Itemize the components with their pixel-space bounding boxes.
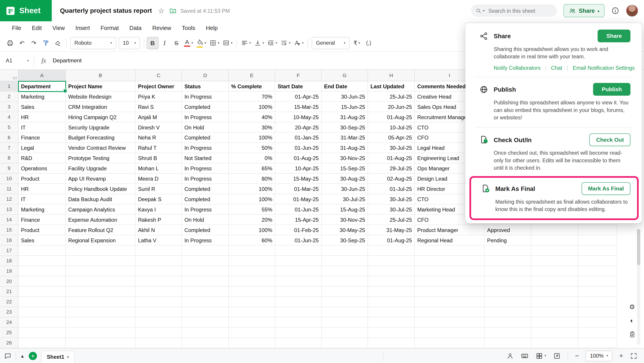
- cell-I17[interactable]: [415, 245, 484, 256]
- cell-A7[interactable]: Legal: [18, 143, 66, 153]
- keyboard-shortcuts-icon[interactable]: [521, 352, 528, 360]
- cell-C26[interactable]: [136, 338, 182, 348]
- cell-D13[interactable]: In Progress: [182, 205, 229, 215]
- cell-B17[interactable]: [66, 245, 136, 256]
- cell-A20[interactable]: [18, 276, 66, 287]
- menu-insert[interactable]: Insert: [70, 22, 95, 33]
- cell-G19[interactable]: [322, 266, 368, 276]
- cell-A16[interactable]: Sales: [18, 235, 66, 245]
- cell-J15[interactable]: Approved: [484, 225, 531, 235]
- cell-D22[interactable]: [182, 297, 229, 307]
- cell-A9[interactable]: Operations: [18, 163, 66, 174]
- cell-G17[interactable]: [322, 245, 368, 256]
- cell-H1[interactable]: Last Updated: [368, 81, 415, 92]
- cell-C12[interactable]: Deepak S: [136, 194, 182, 205]
- email-notification-settings-link[interactable]: Email Notification Settings: [573, 65, 634, 71]
- cell-B5[interactable]: Security Upgrade: [66, 122, 136, 133]
- cell-I19[interactable]: [415, 266, 484, 276]
- cell-B9[interactable]: Facility Upgrade: [66, 163, 136, 174]
- cell-G24[interactable]: [322, 317, 368, 328]
- cell-J19[interactable]: [484, 266, 531, 276]
- cell-D8[interactable]: Not Started: [182, 153, 229, 163]
- row-header-25[interactable]: 25: [0, 328, 18, 338]
- cell-H12[interactable]: 30-Jul-25: [368, 194, 415, 205]
- cell-B2[interactable]: Website Redesign: [66, 92, 136, 102]
- publish-action-button[interactable]: Publish: [593, 83, 630, 96]
- row-header-10[interactable]: 10: [0, 174, 18, 184]
- cell-H6[interactable]: 05-Apr-25: [368, 133, 415, 143]
- cell-E4[interactable]: 40%: [229, 112, 275, 122]
- cell-I26[interactable]: [415, 338, 484, 348]
- cell-G7[interactable]: 31-Aug-25: [322, 143, 368, 153]
- cell-L20[interactable]: [578, 276, 617, 287]
- cell-E20[interactable]: [229, 276, 275, 287]
- cell-C14[interactable]: Rakesh P: [136, 215, 182, 225]
- cell-H18[interactable]: [368, 256, 415, 266]
- cell-D4[interactable]: In Progress: [182, 112, 229, 122]
- cell-B19[interactable]: [66, 266, 136, 276]
- cell-C13[interactable]: Kavya I: [136, 205, 182, 215]
- cell-C11[interactable]: Sunil R: [136, 184, 182, 194]
- cell-A8[interactable]: R&D: [18, 153, 66, 163]
- cell-G16[interactable]: 30-Sep-25: [322, 235, 368, 245]
- cell-E16[interactable]: 60%: [229, 235, 275, 245]
- cell-F12[interactable]: 01-May-25: [275, 194, 322, 205]
- cell-F16[interactable]: 01-Jun-25: [275, 235, 322, 245]
- borders-button[interactable]: ▾: [208, 37, 221, 49]
- zoom-out-button[interactable]: −: [575, 353, 579, 359]
- cell-C23[interactable]: [136, 307, 182, 317]
- cell-H21[interactable]: [368, 287, 415, 297]
- row-header-12[interactable]: 12: [0, 194, 18, 205]
- cell-A26[interactable]: [18, 338, 66, 348]
- cell-G13[interactable]: 15-Aug-25: [322, 205, 368, 215]
- cell-B3[interactable]: CRM Integration: [66, 102, 136, 112]
- cell-E22[interactable]: [229, 297, 275, 307]
- cell-E25[interactable]: [229, 328, 275, 338]
- menu-review[interactable]: Review: [147, 22, 176, 33]
- fill-color-button[interactable]: ▾: [195, 37, 208, 49]
- cell-A10[interactable]: Product: [18, 174, 66, 184]
- cell-E23[interactable]: [229, 307, 275, 317]
- formula-input[interactable]: Department: [52, 57, 82, 64]
- row-header-19[interactable]: 19: [0, 266, 18, 276]
- cell-H25[interactable]: [368, 328, 415, 338]
- collaborators-icon[interactable]: [506, 352, 514, 360]
- cell-K23[interactable]: [532, 307, 578, 317]
- cell-A1[interactable]: Department: [18, 81, 66, 92]
- row-header-15[interactable]: 15: [0, 225, 18, 235]
- cell-F5[interactable]: 20-Apr-25: [275, 122, 322, 133]
- cell-H15[interactable]: 31-May-25: [368, 225, 415, 235]
- cell-D2[interactable]: In Progress: [182, 92, 229, 102]
- row-header-6[interactable]: 6: [0, 133, 18, 143]
- cell-C6[interactable]: Neha R: [136, 133, 182, 143]
- cell-D10[interactable]: In Progress: [182, 174, 229, 184]
- cell-H5[interactable]: 10-Jul-25: [368, 122, 415, 133]
- cell-E12[interactable]: 100%: [229, 194, 275, 205]
- checkout-action-button[interactable]: Check Out: [590, 133, 630, 146]
- cell-J22[interactable]: [484, 297, 531, 307]
- cell-L17[interactable]: [578, 245, 617, 256]
- cell-G14[interactable]: 30-Nov-25: [322, 215, 368, 225]
- share-button-top[interactable]: Share ▴: [564, 4, 605, 17]
- cell-F18[interactable]: [275, 256, 322, 266]
- cell-E10[interactable]: 80%: [229, 174, 275, 184]
- cell-A5[interactable]: IT: [18, 122, 66, 133]
- cell-I18[interactable]: [415, 256, 484, 266]
- indent-button[interactable]: ▾: [266, 37, 279, 49]
- cell-D7[interactable]: In Progress: [182, 143, 229, 153]
- explore-window-icon[interactable]: [553, 352, 560, 360]
- cell-B23[interactable]: [66, 307, 136, 317]
- cell-E8[interactable]: 0%: [229, 153, 275, 163]
- cell-C25[interactable]: [136, 328, 182, 338]
- cell-E19[interactable]: [229, 266, 275, 276]
- cell-G1[interactable]: End Date: [322, 81, 368, 92]
- vertical-scrollbar[interactable]: [637, 229, 640, 345]
- add-sheet-button[interactable]: +: [28, 352, 37, 360]
- cell-K17[interactable]: [532, 245, 578, 256]
- clear-format-button[interactable]: [52, 37, 64, 49]
- cell-H7[interactable]: 30-Jul-25: [368, 143, 415, 153]
- row-header-24[interactable]: 24: [0, 317, 18, 328]
- row-header-8[interactable]: 8: [0, 153, 18, 163]
- cell-F15[interactable]: 01-Feb-25: [275, 225, 322, 235]
- cell-A18[interactable]: [18, 256, 66, 266]
